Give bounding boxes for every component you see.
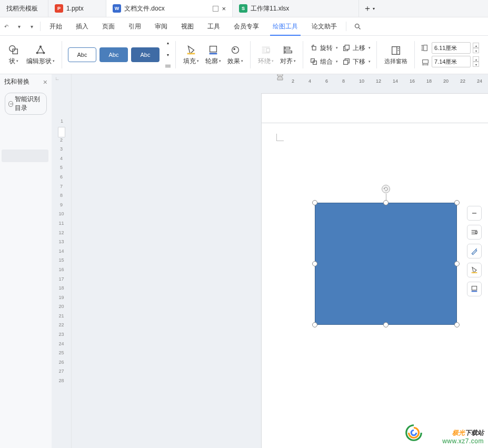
ribbon-group-format: 填充▾ 轮廓▾ 效果▾: [176, 36, 251, 74]
vertical-ruler: 1234567891011121314151617181920212223242…: [52, 125, 71, 384]
window-icon[interactable]: [213, 6, 218, 12]
selection-pane-label: 选择窗格: [384, 57, 407, 65]
svg-point-10: [232, 46, 239, 53]
outline-button[interactable]: 轮廓▾: [202, 43, 224, 67]
undo-button[interactable]: ↶: [0, 24, 13, 29]
vruler-tick: 27: [58, 367, 64, 375]
menu-page[interactable]: 页面: [95, 17, 122, 36]
margin-corner-icon: [276, 134, 284, 141]
width-input[interactable]: [432, 56, 471, 67]
tab-label: 找稻壳模板: [6, 4, 42, 13]
vruler-tick: 3: [60, 145, 63, 153]
close-icon[interactable]: ×: [43, 78, 47, 86]
edit-points-button[interactable]: [467, 244, 482, 258]
width-spin-up[interactable]: ▴: [473, 56, 479, 62]
selection-pane-icon: [390, 45, 402, 56]
ruler-tick: 22: [460, 78, 465, 84]
shape-style-fill-1[interactable]: Abc: [99, 47, 128, 62]
send-backward-button[interactable]: 下移▾: [342, 56, 371, 67]
resize-handle-br[interactable]: [454, 322, 460, 327]
vruler-tick: 26: [58, 359, 64, 366]
tab-label: 1.pptx: [66, 5, 99, 12]
shape-style-outline[interactable]: Abc: [68, 47, 96, 62]
tab-label: 工作簿11.xlsx: [251, 4, 352, 13]
resize-handle-ml[interactable]: [312, 261, 317, 266]
width-spin-down[interactable]: ▾: [473, 62, 479, 67]
ruler-tick: 14: [393, 78, 398, 84]
fill-button[interactable]: 填充▾: [180, 43, 202, 67]
height-input[interactable]: [432, 42, 471, 54]
scroll-down-icon[interactable]: ▾: [167, 53, 169, 57]
ruler-corner: ∟: [52, 74, 71, 83]
insert-shape-button[interactable]: 状▾: [4, 43, 23, 67]
menu-start[interactable]: 开始: [43, 17, 69, 36]
vruler-tick: 18: [58, 284, 64, 292]
wrap-button[interactable]: 环绕▾: [255, 43, 277, 67]
tab-xlsx[interactable]: S 工作簿11.xlsx: [233, 0, 359, 17]
svg-point-5: [40, 46, 42, 47]
menu-reference[interactable]: 引用: [122, 17, 148, 36]
resize-handle-tm[interactable]: [383, 200, 389, 205]
menu-paper-assistant[interactable]: 论文助手: [305, 17, 344, 36]
vruler-tick: 6: [60, 173, 63, 181]
tab-pptx[interactable]: P 1.pptx: [48, 0, 106, 17]
shape-style-fill-2[interactable]: Abc: [131, 47, 160, 62]
svg-rect-33: [423, 60, 429, 64]
bring-forward-button[interactable]: 上移▾: [342, 42, 371, 54]
resize-handle-tr[interactable]: [454, 200, 460, 205]
align-button[interactable]: 对齐▾: [277, 43, 299, 67]
layout-options-button[interactable]: [467, 225, 482, 240]
smart-toc-label: 智能识别目录: [15, 95, 43, 113]
rotate-button[interactable]: 旋转▾: [310, 42, 338, 54]
spreadsheet-icon: S: [239, 4, 247, 13]
effect-button[interactable]: 效果▾: [224, 43, 246, 67]
vruler-tick: 20: [58, 303, 64, 310]
resize-handle-tl[interactable]: [312, 200, 317, 205]
find-replace-panel: 找和替换 × 智能识别目录: [0, 74, 52, 448]
menu-chevron-left[interactable]: ▾: [13, 24, 25, 29]
fill-icon: [185, 44, 197, 56]
menu-drawing-tools[interactable]: 绘图工具: [266, 17, 305, 36]
chevron-down-icon: ▾: [373, 6, 375, 11]
vruler-tick: 17: [58, 275, 64, 283]
page-thumbnail[interactable]: [58, 127, 65, 137]
search-button[interactable]: [348, 23, 366, 31]
rotate-handle[interactable]: [382, 185, 390, 193]
smart-toc-button[interactable]: 智能识别目录: [5, 93, 47, 115]
shape-outline-tool-button[interactable]: [467, 282, 482, 296]
height-spin-down[interactable]: ▾: [473, 48, 479, 53]
selected-shape[interactable]: [315, 203, 457, 325]
rotate-label: 旋转: [320, 44, 333, 53]
vruler-tick: 12: [58, 229, 64, 236]
vruler-tick: 22: [58, 321, 64, 328]
zoom-out-button[interactable]: [467, 206, 482, 221]
menu-chevron-right[interactable]: ▾: [25, 24, 38, 29]
menu-member[interactable]: 会员专享: [227, 17, 266, 36]
shape-rectangle[interactable]: [315, 203, 457, 325]
vruler-tick: 9: [60, 201, 63, 208]
vruler-tick: 4: [60, 155, 63, 162]
resize-handle-mr[interactable]: [454, 261, 460, 266]
tab-template[interactable]: 找稻壳模板: [0, 0, 48, 17]
indent-marker-icon[interactable]: [277, 74, 282, 78]
resize-handle-bm[interactable]: [383, 322, 389, 327]
gallery-more-icon[interactable]: [165, 65, 171, 69]
ruler-tick: 12: [376, 78, 381, 84]
svg-rect-26: [344, 60, 348, 64]
menu-tools[interactable]: 工具: [201, 17, 227, 36]
selection-pane-button[interactable]: 选择窗格: [381, 44, 411, 66]
edit-shape-button[interactable]: 编辑形状▾: [23, 43, 58, 67]
close-icon[interactable]: ×: [222, 5, 226, 13]
vruler-tick: 25: [58, 349, 64, 356]
scroll-up-icon[interactable]: ▴: [167, 41, 169, 45]
height-spin-up[interactable]: ▴: [473, 43, 479, 48]
shape-fill-tool-button[interactable]: [467, 263, 482, 277]
shapes-icon: [8, 44, 19, 56]
menu-insert[interactable]: 插入: [69, 17, 95, 36]
menu-review[interactable]: 审阅: [148, 17, 174, 36]
tab-docx-active[interactable]: W 文档文件.docx ×: [106, 0, 233, 17]
menu-view[interactable]: 视图: [174, 17, 201, 36]
tab-add-button[interactable]: ＋ ▾: [359, 0, 379, 17]
resize-handle-bl[interactable]: [312, 322, 317, 327]
group-button[interactable]: 组合▾: [310, 56, 338, 67]
